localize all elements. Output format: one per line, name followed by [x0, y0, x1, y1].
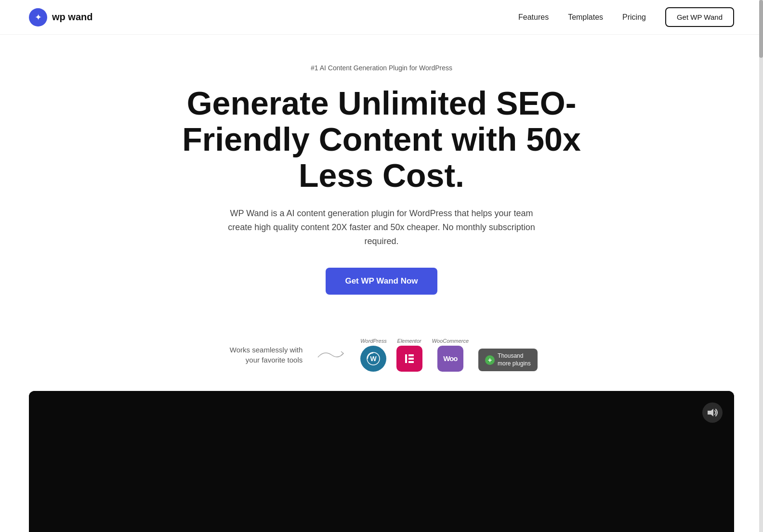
video-section: THE ULTIMATE CONTENT: [29, 391, 734, 532]
scrollbar-thumb[interactable]: [759, 0, 763, 58]
more-plugins-badge: + Thousand more plugins: [478, 349, 538, 371]
arrow-icon: [317, 348, 346, 362]
svg-rect-5: [408, 361, 414, 363]
svg-rect-3: [408, 354, 414, 356]
navbar: ✦ wp wand Features Templates Pricing Get…: [0, 0, 763, 35]
woocommerce-tool: WooCommerce Woo: [432, 338, 469, 372]
logo-icon: ✦: [29, 8, 47, 26]
woocommerce-label: WooCommerce: [432, 338, 469, 344]
nav-link-templates[interactable]: Templates: [568, 13, 603, 22]
logo-text: wp wand: [52, 12, 92, 23]
nav-link-pricing[interactable]: Pricing: [622, 13, 646, 22]
elementor-tool: Elementor: [396, 338, 422, 372]
woocommerce-icon: Woo: [437, 346, 463, 372]
logo[interactable]: ✦ wp wand: [29, 8, 92, 26]
scrollbar[interactable]: [759, 0, 763, 532]
hero-subtitle: WP Wand is a AI content generation plugi…: [218, 207, 545, 248]
elementor-label: Elementor: [397, 338, 421, 344]
nav-link-features[interactable]: Features: [518, 13, 549, 22]
svg-text:W: W: [370, 355, 377, 363]
woo-text: Woo: [443, 354, 457, 363]
hero-badge: #1 AI Content Generation Plugin for Word…: [311, 64, 452, 72]
more-plugins-label: Thousand more plugins: [498, 352, 531, 367]
integrations-label: Works seamlessly with your favorite tool…: [225, 345, 303, 365]
hero-title: Generate Unlimited SEO-Friendly Content …: [165, 85, 598, 193]
plus-icon: +: [485, 355, 495, 365]
integrations-section: Works seamlessly with your favorite tool…: [0, 314, 763, 386]
sound-toggle-button[interactable]: [702, 402, 723, 423]
hero-cta-button[interactable]: Get WP Wand Now: [326, 268, 437, 295]
nav-links: Features Templates Pricing Get WP Wand: [518, 7, 734, 27]
nav-cta-button[interactable]: Get WP Wand: [665, 7, 734, 27]
elementor-icon: [396, 346, 422, 372]
wordpress-icon: W: [360, 346, 386, 372]
wordpress-tool: WordPress W: [360, 338, 386, 372]
svg-marker-6: [708, 409, 713, 416]
hero-section: #1 AI Content Generation Plugin for Word…: [0, 35, 763, 314]
svg-rect-4: [408, 358, 414, 360]
video-inner: THE ULTIMATE CONTENT: [29, 391, 734, 532]
wordpress-label: WordPress: [360, 338, 386, 344]
svg-rect-2: [405, 354, 407, 363]
